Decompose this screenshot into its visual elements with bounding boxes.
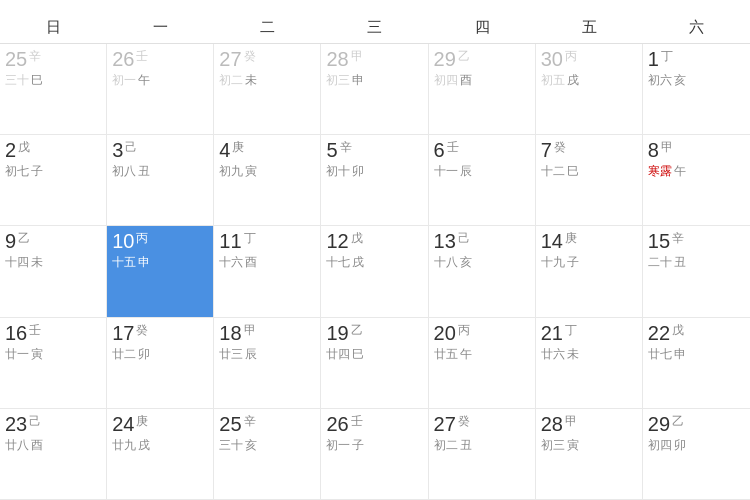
day-cell[interactable]: 6壬十一辰	[429, 135, 536, 226]
day-earthly-branch: 卯	[352, 163, 364, 180]
day-cell[interactable]: 28甲初三寅	[536, 409, 643, 500]
day-cell[interactable]: 21丁廿六未	[536, 318, 643, 409]
day-cell[interactable]: 25辛三十亥	[214, 409, 321, 500]
day-number: 24	[112, 413, 134, 435]
day-earthly-branch: 子	[31, 163, 43, 180]
day-lunar-date: 十四	[5, 254, 29, 271]
day-cell[interactable]: 22戊廿七申	[643, 318, 750, 409]
calendar-grid: 25辛三十巳26壬初一午27癸初二未28甲初三申29乙初四酉30丙初五戌1丁初六…	[0, 44, 750, 500]
day-cell[interactable]: 18甲廿三辰	[214, 318, 321, 409]
day-heavenly-stem: 己	[125, 139, 137, 156]
day-cell[interactable]: 13己十八亥	[429, 226, 536, 317]
day-cell[interactable]: 26壬初一午	[107, 44, 214, 135]
day-heavenly-stem: 丁	[565, 322, 577, 339]
day-cell[interactable]: 30丙初五戌	[536, 44, 643, 135]
day-cell[interactable]: 12戊十七戌	[321, 226, 428, 317]
day-heavenly-stem: 己	[458, 230, 470, 247]
day-cell[interactable]: 27癸初二丑	[429, 409, 536, 500]
day-earthly-branch: 戌	[567, 72, 579, 89]
day-earthly-branch: 丑	[674, 254, 686, 271]
day-cell[interactable]: 4庚初九寅	[214, 135, 321, 226]
day-lunar-date: 初八	[112, 163, 136, 180]
day-number: 29	[648, 413, 670, 435]
day-cell[interactable]: 8甲寒露午	[643, 135, 750, 226]
day-heavenly-stem: 庚	[136, 413, 148, 430]
day-cell[interactable]: 17癸廿二卯	[107, 318, 214, 409]
day-earthly-branch: 寅	[567, 437, 579, 454]
weekday-label: 二	[214, 12, 321, 43]
day-earthly-branch: 酉	[31, 437, 43, 454]
day-earthly-branch: 辰	[245, 346, 257, 363]
day-lunar-date: 廿八	[5, 437, 29, 454]
day-heavenly-stem: 甲	[244, 322, 256, 339]
day-earthly-branch: 未	[245, 72, 257, 89]
day-earthly-branch: 申	[674, 346, 686, 363]
day-cell[interactable]: 11丁十六酉	[214, 226, 321, 317]
day-heavenly-stem: 乙	[672, 413, 684, 430]
day-lunar-date: 十七	[326, 254, 350, 271]
day-number: 12	[326, 230, 348, 252]
day-number: 25	[219, 413, 241, 435]
day-cell[interactable]: 23己廿八酉	[0, 409, 107, 500]
day-earthly-branch: 亥	[460, 254, 472, 271]
day-number: 13	[434, 230, 456, 252]
day-number: 19	[326, 322, 348, 344]
day-cell[interactable]: 26壬初一子	[321, 409, 428, 500]
day-cell[interactable]: 20丙廿五午	[429, 318, 536, 409]
day-number: 28	[541, 413, 563, 435]
day-cell[interactable]: 16壬廿一寅	[0, 318, 107, 409]
day-cell[interactable]: 9乙十四未	[0, 226, 107, 317]
day-lunar-date: 廿五	[434, 346, 458, 363]
day-number: 11	[219, 230, 241, 252]
day-earthly-branch: 未	[567, 346, 579, 363]
day-number: 26	[326, 413, 348, 435]
day-cell[interactable]: 7癸十二巳	[536, 135, 643, 226]
day-cell[interactable]: 28甲初三申	[321, 44, 428, 135]
day-heavenly-stem: 庚	[232, 139, 244, 156]
day-cell[interactable]: 25辛三十巳	[0, 44, 107, 135]
day-earthly-branch: 子	[567, 254, 579, 271]
day-earthly-branch: 卯	[674, 437, 686, 454]
day-number: 2	[5, 139, 16, 161]
day-number: 27	[434, 413, 456, 435]
day-lunar-date: 十一	[434, 163, 458, 180]
weekday-label: 六	[643, 12, 750, 43]
day-heavenly-stem: 壬	[447, 139, 459, 156]
day-earthly-branch: 辰	[460, 163, 472, 180]
day-lunar-date: 初三	[326, 72, 350, 89]
day-earthly-branch: 酉	[460, 72, 472, 89]
day-lunar-date: 初四	[648, 437, 672, 454]
day-number: 9	[5, 230, 16, 252]
top-bar	[0, 0, 750, 12]
day-cell[interactable]: 27癸初二未	[214, 44, 321, 135]
day-lunar-date: 二十	[648, 254, 672, 271]
day-earthly-branch: 酉	[245, 254, 257, 271]
day-earthly-branch: 巳	[352, 346, 364, 363]
day-cell[interactable]: 15辛二十丑	[643, 226, 750, 317]
day-cell[interactable]: 29乙初四卯	[643, 409, 750, 500]
day-cell[interactable]: 10丙十五申	[107, 226, 214, 317]
day-earthly-branch: 寅	[31, 346, 43, 363]
day-earthly-branch: 丑	[460, 437, 472, 454]
day-heavenly-stem: 戊	[672, 322, 684, 339]
day-number: 29	[434, 48, 456, 70]
day-earthly-branch: 申	[138, 254, 150, 271]
day-earthly-branch: 午	[138, 72, 150, 89]
day-cell[interactable]: 14庚十九子	[536, 226, 643, 317]
day-cell[interactable]: 19乙廿四巳	[321, 318, 428, 409]
day-heavenly-stem: 丙	[136, 230, 148, 247]
day-cell[interactable]: 5辛初十卯	[321, 135, 428, 226]
day-lunar-date: 初五	[541, 72, 565, 89]
day-earthly-branch: 丑	[138, 163, 150, 180]
day-number: 22	[648, 322, 670, 344]
day-earthly-branch: 巳	[567, 163, 579, 180]
day-cell[interactable]: 2戊初七子	[0, 135, 107, 226]
day-cell[interactable]: 29乙初四酉	[429, 44, 536, 135]
day-number: 23	[5, 413, 27, 435]
day-lunar-date: 廿四	[326, 346, 350, 363]
weekday-label: 一	[107, 12, 214, 43]
day-heavenly-stem: 癸	[458, 413, 470, 430]
day-cell[interactable]: 1丁初六亥	[643, 44, 750, 135]
day-cell[interactable]: 3己初八丑	[107, 135, 214, 226]
day-cell[interactable]: 24庚廿九戌	[107, 409, 214, 500]
